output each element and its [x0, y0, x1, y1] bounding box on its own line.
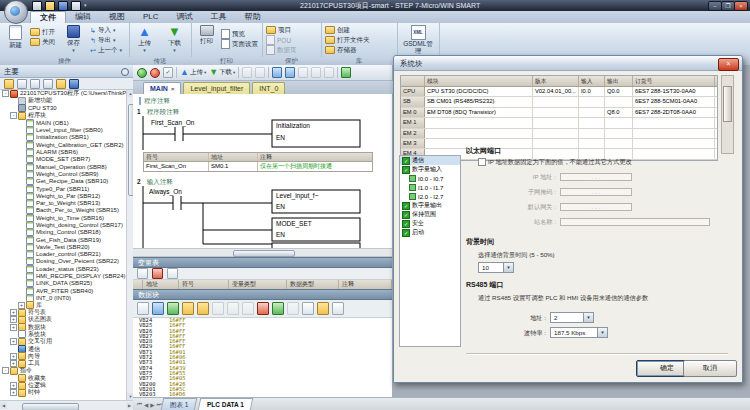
- compile-icon[interactable]: ✓: [163, 67, 173, 78]
- goto-icon[interactable]: [324, 67, 334, 78]
- prev-bookmark-icon[interactable]: [298, 67, 308, 78]
- tab-chart-1[interactable]: 图表 1: [161, 398, 198, 410]
- lib-memory-button[interactable]: 存储器: [325, 45, 370, 55]
- system-tree-item[interactable]: ✓启动: [400, 228, 460, 237]
- pou-properties-icon[interactable]: [341, 67, 351, 78]
- network-1-header[interactable]: 1 程序段注释: [137, 108, 179, 116]
- protect-pou-button[interactable]: POU: [266, 35, 297, 45]
- system-tree-item[interactable]: ✓通信: [400, 156, 460, 165]
- tree-item[interactable]: Weight_dosing_Control (SBR17): [0, 221, 126, 228]
- ip-segment-input[interactable]: · · ·: [560, 173, 632, 181]
- prev-tab-icon[interactable]: ◀: [144, 402, 148, 408]
- editor-tab-MAIN[interactable]: MAIN×: [143, 82, 181, 94]
- tree-item[interactable]: Initialization (SBR1): [0, 134, 126, 141]
- ribbon-tab-帮助[interactable]: 帮助: [236, 11, 270, 23]
- open-button[interactable]: 打开: [30, 27, 55, 37]
- tree-item[interactable]: Bacth_Per_to_Weight (SBR15): [0, 207, 126, 214]
- scroll-left-icon[interactable]: ◀: [0, 402, 7, 409]
- tree-item[interactable]: Type0_Par (SBR11): [0, 185, 126, 192]
- dialog-title-bar[interactable]: 系统块 ×: [394, 56, 742, 71]
- close-button[interactable]: ×: [734, 1, 748, 11]
- dialog-close-button[interactable]: ×: [718, 58, 739, 71]
- ip-segment-input[interactable]: · · ·: [560, 188, 632, 196]
- stop-icon[interactable]: [150, 68, 160, 78]
- tree-tool-open-icon[interactable]: [4, 79, 14, 89]
- expander-icon[interactable]: -: [10, 112, 17, 119]
- expander-icon[interactable]: +: [10, 382, 17, 389]
- tree-item[interactable]: 系统块: [0, 331, 126, 338]
- tree-item[interactable]: +库: [0, 302, 126, 309]
- tree-item[interactable]: Loader_status (SBR23): [0, 265, 126, 272]
- qa-dropdown-icon[interactable]: ▾: [84, 1, 87, 11]
- expander-icon[interactable]: +: [10, 324, 17, 331]
- close-project-button[interactable]: 关闭: [30, 37, 55, 47]
- minimize-button[interactable]: –: [708, 1, 722, 11]
- db-upload-icon[interactable]: [152, 302, 164, 315]
- network-1-ladder[interactable]: First_Scan_On Initialization EN: [137, 116, 387, 150]
- editor-tab-Level_input_filter[interactable]: Level_input_filter: [183, 82, 250, 94]
- tab-plc-data-1[interactable]: PLC DATA 1: [198, 398, 254, 410]
- tree-tool-copy-icon[interactable]: [30, 79, 40, 89]
- db-key-icon[interactable]: [317, 302, 329, 315]
- tab-close-icon[interactable]: ×: [171, 86, 175, 92]
- expander-icon[interactable]: +: [10, 353, 17, 360]
- tree-item[interactable]: MODE_SET (SBR7): [0, 156, 126, 163]
- project-tree-hscrollbar[interactable]: ◀ ▶: [0, 400, 133, 410]
- editor-upload-button[interactable]: ▲上传▾: [180, 68, 206, 77]
- ip-fixed-checkbox[interactable]: [478, 158, 486, 166]
- clear-bookmark-icon[interactable]: [311, 67, 321, 78]
- db-cut-icon[interactable]: [212, 302, 224, 315]
- preview-button[interactable]: 预览: [221, 29, 258, 39]
- tree-item[interactable]: LINK_DATA (SBR25): [0, 280, 126, 287]
- new-button[interactable]: 新建: [2, 24, 29, 56]
- cancel-button[interactable]: 取消: [683, 360, 737, 377]
- module-row[interactable]: CPUCPU ST30 (DC/DC/DC)V02.04.01_00...I0.…: [401, 87, 717, 97]
- tree-item[interactable]: +向导: [0, 353, 126, 360]
- tree-item[interactable]: INT_0 (INT0): [0, 294, 126, 301]
- import-button[interactable]: ↳导入 ▾: [90, 25, 122, 35]
- ladder-editor[interactable]: 程序注释 1 程序段注释 First_Scan_On Initializatio…: [133, 94, 392, 248]
- protect-datapage-button[interactable]: 数据页: [266, 45, 297, 55]
- module-table-scrollbar[interactable]: [721, 75, 734, 154]
- db-compile-icon[interactable]: [137, 302, 149, 315]
- tree-item[interactable]: AVR_FITER (SBR40): [0, 287, 126, 294]
- data-block-rows[interactable]: VB2416#FFVB2516#FFVB2616#FFVB2716#FFVB28…: [133, 318, 392, 397]
- tree-tool-new-icon[interactable]: [17, 79, 27, 89]
- tree-item[interactable]: Weight_to_Par (SBR12): [0, 192, 126, 199]
- protect-project-button[interactable]: 项目: [266, 25, 297, 35]
- expander-icon[interactable]: +: [18, 302, 25, 309]
- expander-icon[interactable]: -: [2, 367, 9, 374]
- tree-item[interactable]: Weight_to_Time (SBR16): [0, 214, 126, 221]
- db-add-icon[interactable]: [272, 302, 284, 315]
- print-button[interactable]: 打印: [193, 24, 220, 56]
- expander-icon[interactable]: +: [10, 309, 17, 316]
- insert-network-icon[interactable]: [242, 67, 252, 78]
- tree-item[interactable]: -程序块: [0, 112, 126, 119]
- db-undo-icon[interactable]: [257, 302, 269, 315]
- network-2-header[interactable]: 2 输入注释: [137, 178, 173, 186]
- editor-tab-INT_0[interactable]: INT_0: [252, 82, 285, 94]
- tree-item[interactable]: CPU ST30: [0, 105, 126, 112]
- tree-tool-props-icon[interactable]: [56, 79, 66, 89]
- system-tree-item[interactable]: I2.0 - I2.7: [400, 192, 460, 201]
- tree-item[interactable]: HMI_RECIPE_DISPLAY (SBR24): [0, 272, 126, 279]
- system-tree-item[interactable]: ✓数字量输出: [400, 201, 460, 210]
- ribbon-tab-文件[interactable]: 文件: [30, 11, 66, 23]
- upload-button[interactable]: ▲上传▾: [131, 24, 158, 56]
- ip-segment-input[interactable]: · · ·: [560, 203, 632, 211]
- scroll-thumb[interactable]: [723, 86, 732, 122]
- ribbon-tab-调试[interactable]: 调试: [168, 11, 202, 23]
- tree-item[interactable]: MAIN (OB1): [0, 119, 126, 126]
- network-2-ladder[interactable]: Always_On Level_input_f~ EN MODE_SET EN: [137, 186, 387, 248]
- rs485-baud-select[interactable]: 187.5 Kbps▼: [550, 327, 608, 338]
- qa-new-icon[interactable]: [32, 1, 42, 11]
- db-note-icon[interactable]: [287, 302, 299, 315]
- tree-item[interactable]: Par_to_Weight (SBR13): [0, 199, 126, 206]
- expander-icon[interactable]: +: [10, 389, 17, 396]
- tree-item[interactable]: Get_Fish_Data (SBR19): [0, 236, 126, 243]
- delete-network-icon[interactable]: [255, 67, 265, 78]
- db-delete-icon[interactable]: [197, 302, 209, 315]
- program-comment[interactable]: 程序注释: [139, 97, 170, 105]
- next-bookmark-icon[interactable]: [285, 67, 295, 78]
- ip-fixed-checkbox-label[interactable]: IP 地址数据固定为下面的值，不能通过其它方式更改: [488, 158, 632, 167]
